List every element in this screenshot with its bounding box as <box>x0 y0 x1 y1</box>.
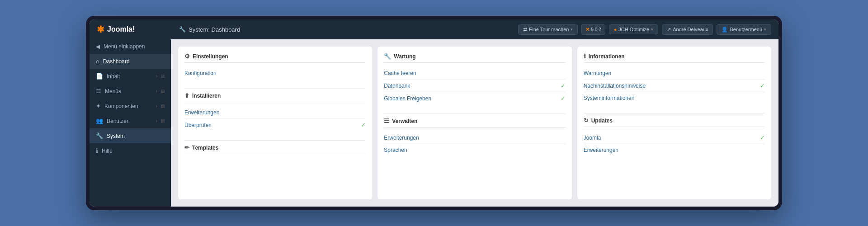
upload-icon: ⬆ <box>184 92 189 99</box>
systeminformationen-link[interactable]: Systeminformationen <box>584 92 765 104</box>
templates-title: Templates <box>192 145 218 151</box>
cache-leeren-link[interactable]: Cache leeren <box>384 67 565 80</box>
external-link-button[interactable]: ↗ André Delveaux <box>662 24 713 35</box>
topbar: ✱ Joomla! 🔧 System: Dashboard ⇄ Eine Tou… <box>90 19 778 39</box>
divider <box>384 113 565 114</box>
sprachen-verwalten-label: Sprachen <box>384 147 407 153</box>
wrench-icon: 🔧 <box>96 132 103 139</box>
check-icon: ✓ <box>760 82 765 89</box>
updates-header: ↻ Updates <box>584 117 765 127</box>
wartung-title: Wartung <box>394 53 415 60</box>
collapse-label: Menü einklappen <box>104 43 145 50</box>
divider <box>584 113 765 113</box>
erweiterungen-update-link[interactable]: Erweiterungen <box>584 144 765 156</box>
file-icon: 📄 <box>96 73 103 80</box>
sidebar-item-dashboard[interactable]: ⌂ Dashboard <box>90 54 171 69</box>
verwalten-title: Verwalten <box>392 118 417 124</box>
chevron-right-icon: › <box>156 104 157 108</box>
check-icon: ✓ <box>361 122 366 128</box>
grid-icon: ⊞ <box>161 118 165 123</box>
main-layout: ◀ Menü einklappen ⌂ Dashboard 📄 Inhalt ›… <box>90 39 778 207</box>
datenbank-link[interactable]: Datenbank ✓ <box>384 80 565 92</box>
sidebar-item-menues[interactable]: ☰ Menüs › ⊞ <box>90 84 171 99</box>
informationen-header: ℹ Informationen <box>584 53 765 63</box>
nachinstallationshinweise-label: Nachinstallationshinweise <box>584 83 646 89</box>
tour-icon: ⇄ <box>523 27 527 33</box>
templates-section: ✏ Templates <box>184 144 366 159</box>
wartung-header: 🔧 Wartung <box>384 53 565 63</box>
tour-label: Eine Tour machen <box>529 27 569 32</box>
datenbank-label: Datenbank <box>384 83 410 89</box>
erweiterungen-install-label: Erweiterungen <box>184 109 219 116</box>
check-icon: ✓ <box>760 134 765 141</box>
sidebar-item-inhalt[interactable]: 📄 Inhalt › ⊞ <box>90 69 171 84</box>
components-icon: ✦ <box>96 103 101 109</box>
erweiterungen-install-link[interactable]: Erweiterungen <box>184 107 366 119</box>
gear-icon: ⚙ <box>184 53 190 60</box>
logo-text: Joomla! <box>107 25 135 33</box>
version-badge: ✕ 5.0.2 <box>581 24 605 35</box>
updates-title: Updates <box>591 118 613 124</box>
sprachen-verwalten-link[interactable]: Sprachen <box>384 144 565 156</box>
konfiguration-label: Konfiguration <box>184 70 217 76</box>
sidebar-item-label: Benutzer <box>107 118 152 124</box>
page-title: System: Dashboard <box>189 26 240 33</box>
cache-leeren-label: Cache leeren <box>384 70 416 76</box>
joomla-update-label: Joomla <box>584 135 601 141</box>
konfiguration-link[interactable]: Konfiguration <box>184 67 366 79</box>
erweiterungen-verwalten-link[interactable]: Erweiterungen <box>384 132 565 144</box>
einstellungen-title: Einstellungen <box>193 53 228 60</box>
device-frame: ✱ Joomla! 🔧 System: Dashboard ⇄ Eine Tou… <box>86 16 782 210</box>
user-menu-button[interactable]: 👤 Benutzermenü ▾ <box>717 24 771 35</box>
topbar-actions: ⇄ Eine Tour machen ▾ ✕ 5.0.2 ● JCH Optim… <box>518 24 771 35</box>
systeminformationen-label: Systeminformationen <box>584 95 635 101</box>
sidebar-item-label: Hilfe <box>102 148 165 154</box>
globales-freigeben-link[interactable]: Globales Freigeben ✓ <box>384 92 565 104</box>
check-icon: ✓ <box>561 95 566 102</box>
ueberpruefen-link[interactable]: Überprüfen ✓ <box>184 119 366 131</box>
templates-header: ✏ Templates <box>184 144 366 154</box>
refresh-icon: ↻ <box>584 117 589 124</box>
wartung-section: 🔧 Wartung Cache leeren Datenbank ✓ <box>384 53 565 104</box>
chevron-right-icon: › <box>156 118 157 123</box>
joomla-star-icon: ✱ <box>97 24 104 35</box>
grid-icon: ⊞ <box>161 74 165 79</box>
chevron-right-icon: › <box>156 89 157 94</box>
external-link-icon: ↗ <box>667 27 671 33</box>
chevron-down-icon: ▾ <box>764 27 766 32</box>
x-icon: ✕ <box>585 27 590 33</box>
external-user-label: André Delveaux <box>673 27 708 32</box>
warnungen-label: Warnungen <box>584 70 612 76</box>
panels-grid: ⚙ Einstellungen Konfiguration ⬆ <box>178 47 771 199</box>
warnungen-link[interactable]: Warnungen <box>584 67 765 80</box>
sidebar-item-system[interactable]: 🔧 System <box>90 128 171 143</box>
grid-icon: ⊞ <box>161 104 165 108</box>
installieren-header: ⬆ Installieren <box>184 92 366 102</box>
chevron-down-icon: ▾ <box>651 27 653 32</box>
sidebar-item-komponenten[interactable]: ✦ Komponenten › ⊞ <box>90 99 171 113</box>
einstellungen-header: ⚙ Einstellungen <box>184 53 366 63</box>
verwalten-section: ☰ Verwalten Erweiterungen Sprachen <box>384 118 565 156</box>
sidebar-item-label: System <box>107 133 165 139</box>
tour-button[interactable]: ⇄ Eine Tour machen ▾ <box>518 24 578 35</box>
erweiterungen-update-label: Erweiterungen <box>584 147 618 153</box>
sidebar-collapse-item[interactable]: ◀ Menü einklappen <box>90 39 171 54</box>
sidebar-item-benutzer[interactable]: 👥 Benutzer › ⊞ <box>90 113 171 128</box>
wrench-icon: 🔧 <box>384 53 391 60</box>
sidebar-item-label: Komponenten <box>104 103 152 109</box>
joomla-update-link[interactable]: Joomla ✓ <box>584 132 765 144</box>
device-inner: ✱ Joomla! 🔧 System: Dashboard ⇄ Eine Tou… <box>90 19 778 207</box>
jch-icon: ● <box>614 27 617 32</box>
user-icon: 👤 <box>722 27 728 33</box>
info-icon: ℹ <box>584 53 586 60</box>
logo-area: ✱ Joomla! <box>97 24 174 35</box>
sidebar-item-hilfe[interactable]: ℹ Hilfe <box>90 143 171 158</box>
installieren-section: ⬆ Installieren Erweiterungen Überprüfen … <box>184 92 366 131</box>
content-area: ⚙ Einstellungen Konfiguration ⬆ <box>171 39 778 207</box>
globales-freigeben-label: Globales Freigeben <box>384 95 431 102</box>
version-number: 5.0.2 <box>591 27 601 32</box>
chevron-down-icon: ▾ <box>571 27 573 32</box>
chevron-right-icon: › <box>156 74 157 79</box>
jch-button[interactable]: ● JCH Optimize ▾ <box>609 24 659 34</box>
nachinstallationshinweise-link[interactable]: Nachinstallationshinweise ✓ <box>584 80 765 92</box>
